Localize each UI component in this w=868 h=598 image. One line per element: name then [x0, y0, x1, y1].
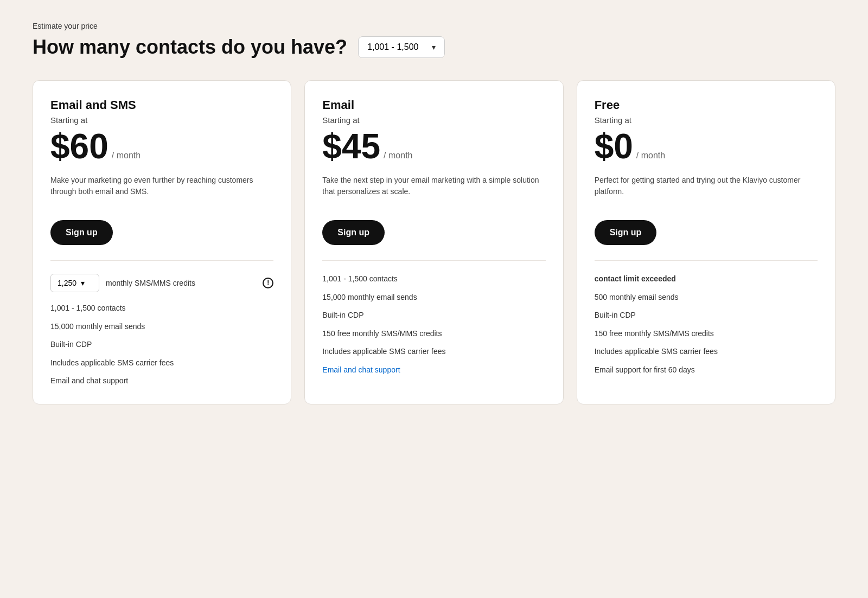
plan-card-email: Email Starting at $45 / month Take the n… — [304, 80, 563, 404]
feature-item: 15,000 monthly email sends — [50, 321, 273, 332]
plan-name: Email — [322, 98, 545, 112]
price-row: $45 / month — [322, 129, 545, 164]
contacts-dropdown[interactable]: 1,001 - 1,500 ▾ — [358, 36, 445, 58]
contacts-dropdown-value: 1,001 - 1,500 — [367, 42, 418, 52]
sms-credits-dropdown[interactable]: 1,250 ▾ — [50, 274, 99, 292]
chevron-down-icon: ▾ — [432, 43, 436, 52]
plan-card-free: Free Starting at $0 / month Perfect for … — [577, 80, 835, 404]
feature-item: contact limit exceeded — [595, 274, 818, 285]
feature-item: Email and chat support — [50, 376, 273, 387]
feature-item: Email and chat support — [322, 365, 545, 376]
starting-at-label: Starting at — [322, 115, 545, 125]
feature-item: Includes applicable SMS carrier fees — [50, 358, 273, 369]
starting-at-label: Starting at — [50, 115, 273, 125]
estimate-label: Estimate your price — [33, 22, 835, 30]
price-amount: $60 — [50, 129, 108, 164]
price-period: / month — [112, 151, 141, 160]
price-row: $0 / month — [595, 129, 818, 164]
feature-item: Built-in CDP — [50, 339, 273, 350]
plan-description: Perfect for getting started and trying o… — [595, 175, 818, 207]
sms-selector: 1,250 ▾ monthly SMS/MMS credits ! — [50, 274, 273, 292]
price-amount: $45 — [322, 129, 380, 164]
plan-name: Email and SMS — [50, 98, 273, 112]
price-amount: $0 — [595, 129, 633, 164]
feature-item: 500 monthly email sends — [595, 292, 818, 303]
feature-item: Built-in CDP — [322, 310, 545, 321]
price-row: $60 / month — [50, 129, 273, 164]
page-heading: How many contacts do you have? — [33, 36, 347, 59]
plan-name: Free — [595, 98, 818, 112]
feature-item: 15,000 monthly email sends — [322, 292, 545, 303]
plan-description: Take the next step in your email marketi… — [322, 175, 545, 207]
features-list: 1,001 - 1,500 contacts15,000 monthly ema… — [322, 274, 545, 376]
feature-item: Email support for first 60 days — [595, 365, 818, 376]
signup-button[interactable]: Sign up — [595, 220, 657, 245]
card-divider — [50, 260, 273, 261]
sms-chevron-icon: ▾ — [81, 279, 85, 287]
card-divider — [322, 260, 545, 261]
feature-item: Includes applicable SMS carrier fees — [322, 346, 545, 357]
feature-item: Includes applicable SMS carrier fees — [595, 346, 818, 357]
header-row: How many contacts do you have? 1,001 - 1… — [33, 36, 835, 59]
feature-item: 150 free monthly SMS/MMS credits — [322, 329, 545, 339]
signup-button[interactable]: Sign up — [50, 220, 113, 245]
plan-description: Make your marketing go even further by r… — [50, 175, 273, 207]
price-period: / month — [384, 151, 412, 160]
feature-item: 150 free monthly SMS/MMS credits — [595, 329, 818, 339]
plans-container: Email and SMS Starting at $60 / month Ma… — [33, 80, 835, 404]
card-divider — [595, 260, 818, 261]
feature-item: 1,001 - 1,500 contacts — [50, 303, 273, 314]
feature-item: 1,001 - 1,500 contacts — [322, 274, 545, 285]
features-list: 1,001 - 1,500 contacts15,000 monthly ema… — [50, 303, 273, 387]
plan-card-email-sms: Email and SMS Starting at $60 / month Ma… — [33, 80, 291, 404]
info-icon[interactable]: ! — [263, 278, 273, 288]
starting-at-label: Starting at — [595, 115, 818, 125]
sms-credits-label: monthly SMS/MMS credits — [106, 279, 256, 287]
signup-button[interactable]: Sign up — [322, 220, 385, 245]
price-period: / month — [636, 151, 665, 160]
sms-credits-value: 1,250 — [58, 279, 76, 287]
feature-item: Built-in CDP — [595, 310, 818, 321]
features-list: contact limit exceeded500 monthly email … — [595, 274, 818, 376]
